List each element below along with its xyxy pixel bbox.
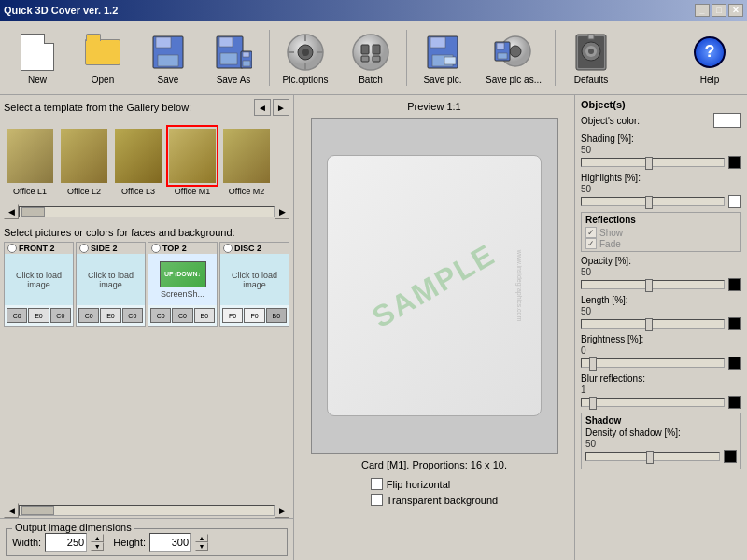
gallery-item-m2[interactable]: Office M2 xyxy=(220,125,273,196)
gallery-scrollbar-track[interactable] xyxy=(19,206,275,217)
face-color-top2-1[interactable]: C0 xyxy=(172,308,192,323)
close-button[interactable]: ✕ xyxy=(728,4,743,17)
blur-slider-thumb[interactable] xyxy=(589,397,597,410)
face-color-side2-2[interactable]: C0 xyxy=(122,308,143,323)
face-color-front2-1[interactable]: E0 xyxy=(28,308,49,323)
batch-button[interactable]: Batch xyxy=(339,25,402,91)
faces-scrollbar-track[interactable] xyxy=(19,505,275,516)
height-down-button[interactable]: ▼ xyxy=(195,542,208,551)
transparent-bg-row: Transparent background xyxy=(371,494,498,506)
saveas-label: Save As xyxy=(217,75,251,85)
face-label-front2: FRONT 2 xyxy=(19,244,55,253)
flip-horizontal-row: Flip horizontal xyxy=(371,478,498,490)
svg-point-34 xyxy=(588,49,594,54)
face-radio-disc2[interactable]: DISC 2 xyxy=(220,243,289,254)
maximize-button[interactable]: □ xyxy=(712,4,726,17)
blur-slider[interactable] xyxy=(581,398,725,407)
gallery-item-m1[interactable]: Office M1 xyxy=(166,125,218,196)
face-color-front2-0[interactable]: C0 xyxy=(7,308,27,323)
defaults-button[interactable]: Defaults xyxy=(559,25,623,91)
flip-horizontal-checkbox[interactable] xyxy=(371,478,383,490)
face-radio-input-disc2[interactable] xyxy=(223,244,233,253)
faces-scroll-right[interactable]: ▶ xyxy=(275,503,289,518)
face-color-front2-2[interactable]: C0 xyxy=(50,308,71,323)
opacity-slider[interactable] xyxy=(581,280,725,289)
gallery-next-button[interactable]: ► xyxy=(273,99,289,116)
faces-section: Select pictures or colors for faces and … xyxy=(0,223,293,501)
face-image-top2[interactable]: UP↑DOWN↓ ScreenSh... xyxy=(148,254,217,305)
svg-rect-20 xyxy=(373,56,380,62)
face-color-side2-0[interactable]: C0 xyxy=(78,308,99,323)
object-color-box[interactable] xyxy=(713,113,741,128)
savepicas-button[interactable]: Save pic as... xyxy=(476,25,551,91)
window-controls[interactable]: _ □ ✕ xyxy=(695,4,743,17)
height-input[interactable] xyxy=(149,533,191,552)
open-label: Open xyxy=(92,75,114,85)
svg-rect-29 xyxy=(498,53,507,59)
shading-slider-row xyxy=(581,156,741,169)
width-input[interactable] xyxy=(45,533,87,552)
svg-point-11 xyxy=(302,49,309,56)
gallery-scroll-right[interactable]: ▶ xyxy=(275,204,289,219)
save-button[interactable]: Save xyxy=(136,25,200,91)
face-radio-front2[interactable]: FRONT 2 xyxy=(5,243,73,254)
new-button[interactable]: New xyxy=(6,25,69,91)
face-radio-top2[interactable]: TOP 2 xyxy=(148,243,217,254)
face-color-disc2-0[interactable]: F0 xyxy=(222,308,243,323)
gallery-scrollbar-thumb[interactable] xyxy=(21,207,45,217)
width-up-button[interactable]: ▲ xyxy=(91,534,104,542)
face-color-disc2-2[interactable]: B0 xyxy=(266,308,287,323)
open-button[interactable]: Open xyxy=(71,25,134,91)
shading-slider[interactable] xyxy=(581,158,725,167)
gallery-nav: ◄ ► xyxy=(254,99,289,116)
face-radio-input-top2[interactable] xyxy=(151,244,161,253)
opacity-slider-thumb[interactable] xyxy=(645,279,653,292)
savepic-button[interactable]: Save pic. xyxy=(411,25,474,91)
reflections-label: Reflections xyxy=(585,215,737,225)
face-colors-front2: C0 E0 C0 xyxy=(5,305,73,326)
saveas-button[interactable]: Save As xyxy=(202,25,265,91)
gallery-section: Select a template from the Gallery below… xyxy=(0,95,293,223)
face-label-top2: TOP 2 xyxy=(162,244,187,253)
height-spinner: ▲ ▼ xyxy=(195,534,208,551)
faces-scrollbar-thumb[interactable] xyxy=(21,506,54,515)
face-color-top2-0[interactable]: C0 xyxy=(150,308,171,323)
gallery-item-l1[interactable]: Office L1 xyxy=(4,125,56,196)
gallery-prev-button[interactable]: ◄ xyxy=(254,99,271,116)
picoptions-button[interactable]: Pic.options xyxy=(274,25,337,91)
reflections-fade-checkbox[interactable]: ✓ xyxy=(585,238,597,249)
gallery-item-l2[interactable]: Office L2 xyxy=(58,125,110,196)
face-color-side2-1[interactable]: E0 xyxy=(100,308,120,323)
shadow-density-slider-thumb[interactable] xyxy=(646,451,654,464)
face-image-front2[interactable]: Click to load image xyxy=(5,254,73,305)
minimize-button[interactable]: _ xyxy=(695,4,710,17)
face-radio-input-side2[interactable] xyxy=(79,244,89,253)
faces-scroll-left[interactable]: ◀ xyxy=(4,503,19,518)
reflections-show-checkbox[interactable]: ✓ xyxy=(585,227,597,238)
titlebar: Quick 3D Cover ver. 1.2 _ □ ✕ xyxy=(0,0,747,21)
face-color-top2-2[interactable]: E0 xyxy=(194,308,215,323)
brightness-slider[interactable] xyxy=(581,358,725,368)
shading-slider-thumb[interactable] xyxy=(645,157,653,170)
face-image-disc2[interactable]: Click to load image xyxy=(220,254,289,305)
shadow-density-slider[interactable] xyxy=(585,452,720,461)
face-radio-input-front2[interactable] xyxy=(7,244,17,253)
face-color-disc2-1[interactable]: F0 xyxy=(244,308,264,323)
height-up-button[interactable]: ▲ xyxy=(195,534,208,542)
help-button[interactable]: ? Help xyxy=(678,25,741,91)
opacity-slider-row xyxy=(581,278,741,291)
brightness-slider-thumb[interactable] xyxy=(589,357,597,371)
highlights-slider-thumb[interactable] xyxy=(645,196,653,209)
gallery-scroll-left[interactable]: ◀ xyxy=(4,204,19,219)
length-slider[interactable] xyxy=(581,319,725,329)
face-image-side2[interactable]: Click to load image xyxy=(77,254,145,305)
highlights-slider[interactable] xyxy=(581,197,725,206)
gallery-item-l3[interactable]: Office L3 xyxy=(112,125,164,196)
brightness-label: Brightness [%]: xyxy=(581,334,741,344)
width-down-button[interactable]: ▼ xyxy=(91,542,104,551)
transparent-bg-checkbox[interactable] xyxy=(371,494,383,506)
length-slider-thumb[interactable] xyxy=(645,318,653,331)
face-radio-side2[interactable]: SIDE 2 xyxy=(77,243,145,254)
svg-rect-19 xyxy=(361,56,369,62)
highlights-property: Highlights [%]: 50 xyxy=(581,173,741,208)
